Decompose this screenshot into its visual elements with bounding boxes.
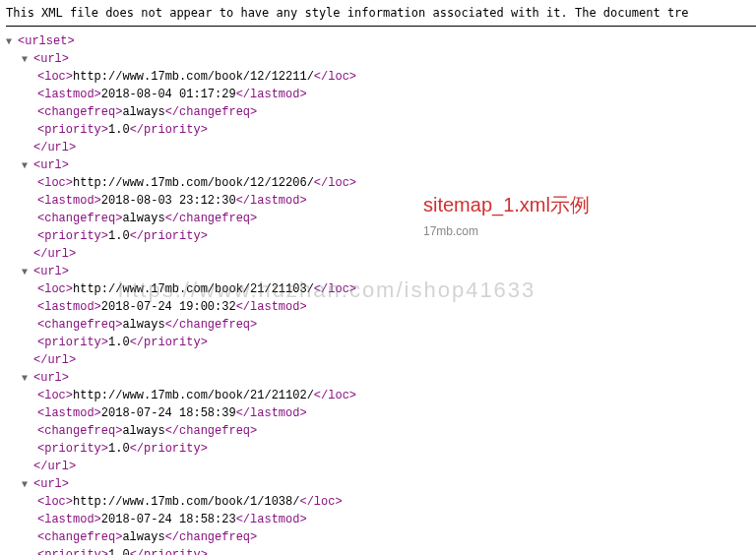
changefreq-open-tag: <changefreq> — [37, 212, 122, 225]
url-close-row: </url> — [22, 351, 756, 369]
url-close-tag: </url> — [33, 353, 76, 367]
disclosure-icon[interactable]: ▼ — [22, 477, 32, 492]
loc-open-tag: <loc> — [37, 70, 73, 84]
disclosure-icon[interactable]: ▼ — [22, 52, 32, 67]
loc-value: http://www.17mb.com/book/12/12206/ — [73, 176, 314, 190]
changefreq-open-tag: <changefreq> — [37, 530, 122, 544]
loc-open-tag: <loc> — [37, 282, 73, 296]
priority-row: <priority>1.0</priority> — [37, 121, 756, 139]
lastmod-open-tag: <lastmod> — [37, 406, 101, 420]
changefreq-value: always — [122, 318, 164, 332]
loc-open-tag: <loc> — [37, 176, 73, 190]
priority-open-tag: <priority> — [37, 123, 108, 137]
priority-value: 1.0 — [108, 123, 130, 137]
loc-value: http://www.17mb.com/book/12/12211/ — [73, 70, 314, 84]
priority-open-tag: <priority> — [37, 229, 108, 243]
lastmod-row: <lastmod>2018-07-24 18:58:23</lastmod> — [37, 511, 756, 528]
url-close-row: </url> — [22, 139, 756, 156]
url-close-tag: </url> — [33, 460, 76, 473]
lastmod-value: 2018-07-24 18:58:39 — [101, 406, 236, 420]
url-open-tag: <url> — [33, 477, 69, 491]
priority-close-tag: </priority> — [130, 123, 208, 137]
loc-value: http://www.17mb.com/book/21/21102/ — [73, 389, 314, 402]
lastmod-close-tag: </lastmod> — [236, 406, 307, 420]
loc-close-tag: </loc> — [314, 70, 356, 84]
changefreq-close-tag: </changefreq> — [165, 530, 258, 544]
loc-open-tag: <loc> — [37, 389, 73, 402]
loc-open-tag: <loc> — [37, 495, 73, 509]
disclosure-icon[interactable]: ▼ — [22, 158, 32, 173]
disclosure-icon[interactable]: ▼ — [22, 265, 32, 279]
priority-value: 1.0 — [108, 336, 130, 349]
changefreq-value: always — [122, 212, 164, 225]
url-close-row: </url> — [22, 458, 756, 475]
changefreq-row: <changefreq>always</changefreq> — [37, 528, 756, 546]
changefreq-value: always — [122, 105, 164, 119]
changefreq-close-tag: </changefreq> — [165, 105, 258, 119]
loc-close-tag: </loc> — [314, 176, 356, 190]
loc-close-tag: </loc> — [299, 495, 342, 509]
url-open-row: ▼<url> — [22, 50, 756, 68]
url-open-tag: <url> — [33, 52, 69, 66]
url-node: ▼<url><loc>http://www.17mb.com/book/12/1… — [22, 50, 756, 156]
changefreq-open-tag: <changefreq> — [37, 318, 122, 332]
url-node: ▼<url><loc>http://www.17mb.com/book/21/2… — [22, 369, 756, 475]
url-close-tag: </url> — [33, 141, 76, 154]
lastmod-close-tag: </lastmod> — [236, 300, 307, 314]
url-children: <loc>http://www.17mb.com/book/12/12206/<… — [37, 174, 756, 245]
loc-row: <loc>http://www.17mb.com/book/12/12211/<… — [37, 68, 756, 86]
lastmod-open-tag: <lastmod> — [37, 194, 101, 208]
url-open-row: ▼<url> — [22, 263, 756, 280]
urlset-node: ▼<urlset> ▼<url><loc>http://www.17mb.com… — [6, 32, 756, 555]
url-children: <loc>http://www.17mb.com/book/1/1038/</l… — [37, 493, 756, 555]
changefreq-close-tag: </changefreq> — [165, 424, 258, 438]
changefreq-close-tag: </changefreq> — [165, 212, 258, 225]
loc-row: <loc>http://www.17mb.com/book/1/1038/</l… — [37, 493, 756, 511]
changefreq-row: <changefreq>always</changefreq> — [37, 103, 756, 121]
changefreq-open-tag: <changefreq> — [37, 105, 122, 119]
priority-close-tag: </priority> — [130, 336, 208, 349]
priority-value: 1.0 — [108, 229, 130, 243]
lastmod-value: 2018-07-24 18:58:23 — [101, 513, 236, 526]
lastmod-open-tag: <lastmod> — [37, 513, 101, 526]
xml-notice-text: This XML file does not appear to have an… — [6, 6, 689, 20]
lastmod-value: 2018-08-04 01:17:29 — [101, 88, 236, 101]
lastmod-row: <lastmod>2018-08-04 01:17:29</lastmod> — [37, 86, 756, 103]
lastmod-row: <lastmod>2018-07-24 19:00:32</lastmod> — [37, 298, 756, 316]
priority-open-tag: <priority> — [37, 336, 108, 349]
url-open-row: ▼<url> — [22, 369, 756, 387]
url-node: ▼<url><loc>http://www.17mb.com/book/1/10… — [22, 475, 756, 555]
lastmod-close-tag: </lastmod> — [236, 513, 307, 526]
changefreq-value: always — [122, 424, 164, 438]
url-close-tag: </url> — [33, 247, 76, 261]
lastmod-row: <lastmod>2018-08-03 23:12:30</lastmod> — [37, 192, 756, 210]
loc-close-tag: </loc> — [314, 282, 356, 296]
changefreq-open-tag: <changefreq> — [37, 424, 122, 438]
changefreq-row: <changefreq>always</changefreq> — [37, 422, 756, 440]
changefreq-row: <changefreq>always</changefreq> — [37, 210, 756, 227]
url-open-tag: <url> — [33, 371, 69, 385]
changefreq-close-tag: </changefreq> — [165, 318, 258, 332]
lastmod-value: 2018-08-03 23:12:30 — [101, 194, 236, 208]
loc-row: <loc>http://www.17mb.com/book/12/12206/<… — [37, 174, 756, 192]
urlset-open-row: ▼<urlset> — [6, 32, 756, 50]
urlset-open-tag: <urlset> — [18, 34, 75, 48]
loc-row: <loc>http://www.17mb.com/book/21/21102/<… — [37, 387, 756, 404]
url-open-tag: <url> — [33, 158, 69, 172]
disclosure-icon[interactable]: ▼ — [6, 34, 16, 49]
priority-row: <priority>1.0</priority> — [37, 440, 756, 458]
priority-close-tag: </priority> — [130, 548, 208, 555]
priority-close-tag: </priority> — [130, 442, 208, 456]
lastmod-close-tag: </lastmod> — [236, 88, 307, 101]
changefreq-row: <changefreq>always</changefreq> — [37, 316, 756, 334]
lastmod-open-tag: <lastmod> — [37, 88, 101, 101]
priority-value: 1.0 — [108, 548, 130, 555]
url-node: ▼<url><loc>http://www.17mb.com/book/12/1… — [22, 156, 756, 263]
priority-open-tag: <priority> — [37, 548, 108, 555]
url-children: <loc>http://www.17mb.com/book/21/21102/<… — [37, 387, 756, 458]
lastmod-row: <lastmod>2018-07-24 18:58:39</lastmod> — [37, 404, 756, 422]
lastmod-value: 2018-07-24 19:00:32 — [101, 300, 236, 314]
xml-notice-bar: This XML file does not appear to have an… — [6, 4, 756, 27]
loc-value: http://www.17mb.com/book/21/21103/ — [73, 282, 314, 296]
disclosure-icon[interactable]: ▼ — [22, 371, 32, 386]
